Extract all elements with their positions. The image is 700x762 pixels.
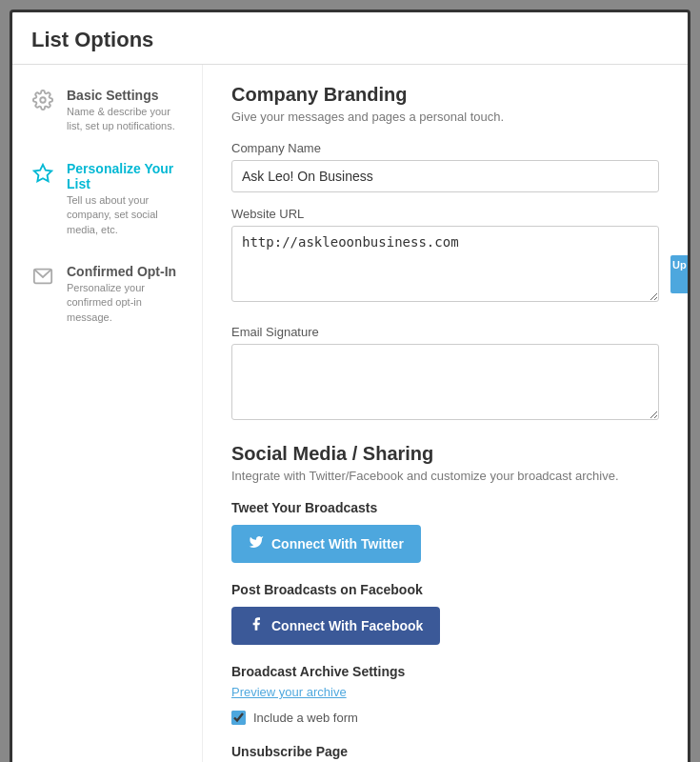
sidebar-basic-settings-label: Basic Settings bbox=[67, 88, 186, 103]
sidebar-basic-settings-text: Basic Settings Name & describe your list… bbox=[67, 88, 186, 134]
include-web-form-row: Include a web form bbox=[231, 711, 659, 725]
sidebar-confirmed-opt-in-text: Confirmed Opt-In Personalize your confir… bbox=[67, 264, 186, 325]
gear-icon bbox=[29, 90, 57, 110]
unsubscribe-section: Unsubscribe Page Preview your unsubscrib… bbox=[231, 744, 659, 762]
page-title: List Options bbox=[31, 28, 669, 52]
page-wrapper: List Options Basic Settings Name & descr… bbox=[10, 10, 690, 762]
content-area: Basic Settings Name & describe your list… bbox=[12, 65, 688, 762]
connect-twitter-button[interactable]: Connect With Twitter bbox=[231, 525, 421, 563]
svg-marker-1 bbox=[34, 165, 51, 181]
website-url-label: Website URL bbox=[231, 207, 659, 221]
social-media-desc: Integrate with Twitter/Facebook and cust… bbox=[231, 469, 659, 483]
company-name-input[interactable] bbox=[231, 160, 659, 192]
connect-facebook-button[interactable]: Connect With Facebook bbox=[231, 607, 440, 645]
email-signature-input[interactable] bbox=[231, 344, 659, 420]
sidebar-item-basic-settings[interactable]: Basic Settings Name & describe your list… bbox=[27, 84, 188, 138]
company-name-label: Company Name bbox=[231, 141, 659, 155]
tweet-broadcasts-label: Tweet Your Broadcasts bbox=[231, 500, 659, 515]
mail-icon bbox=[29, 266, 57, 287]
connect-twitter-label: Connect With Twitter bbox=[271, 536, 404, 551]
connect-facebook-label: Connect With Facebook bbox=[271, 618, 423, 633]
company-branding-section: Company Branding Give your messages and … bbox=[231, 84, 659, 443]
email-signature-label: Email Signature bbox=[231, 325, 659, 339]
sidebar-confirmed-opt-in-label: Confirmed Opt-In bbox=[67, 264, 186, 279]
sidebar-basic-settings-desc: Name & describe your list, set up notifi… bbox=[67, 105, 186, 134]
scroll-up-indicator[interactable]: Up bbox=[670, 255, 688, 293]
archive-settings-title: Broadcast Archive Settings bbox=[231, 664, 659, 679]
include-web-form-checkbox[interactable] bbox=[231, 711, 246, 725]
star-icon bbox=[29, 163, 57, 184]
social-media-section: Social Media / Sharing Integrate with Tw… bbox=[231, 443, 659, 664]
scroll-up-label: Up bbox=[670, 257, 689, 272]
twitter-icon bbox=[249, 534, 264, 553]
broadcast-archive-section: Broadcast Archive Settings Preview your … bbox=[231, 664, 659, 725]
include-web-form-label: Include a web form bbox=[253, 711, 358, 725]
main-content: Company Branding Give your messages and … bbox=[203, 65, 688, 762]
sidebar: Basic Settings Name & describe your list… bbox=[12, 65, 203, 762]
facebook-broadcasts-label: Post Broadcasts on Facebook bbox=[231, 582, 659, 597]
sidebar-personalize-label: Personalize Your List bbox=[67, 161, 186, 191]
sidebar-item-confirmed-opt-in[interactable]: Confirmed Opt-In Personalize your confir… bbox=[27, 260, 188, 329]
company-branding-title: Company Branding bbox=[231, 84, 659, 106]
facebook-icon bbox=[249, 616, 264, 635]
sidebar-personalize-text: Personalize Your List Tell us about your… bbox=[67, 161, 186, 237]
preview-archive-link[interactable]: Preview your archive bbox=[231, 685, 659, 699]
sidebar-personalize-desc: Tell us about your company, set social m… bbox=[67, 193, 186, 237]
svg-point-0 bbox=[40, 97, 46, 103]
page-header: List Options bbox=[12, 12, 688, 65]
website-url-input[interactable]: http://askleoonbusiness.com bbox=[231, 226, 659, 302]
social-media-title: Social Media / Sharing bbox=[231, 443, 659, 465]
sidebar-item-personalize[interactable]: Personalize Your List Tell us about your… bbox=[27, 157, 188, 241]
sidebar-confirmed-opt-in-desc: Personalize your confirmed opt-in messag… bbox=[67, 281, 186, 325]
company-branding-desc: Give your messages and pages a personal … bbox=[231, 110, 659, 124]
unsubscribe-title: Unsubscribe Page bbox=[231, 744, 659, 759]
